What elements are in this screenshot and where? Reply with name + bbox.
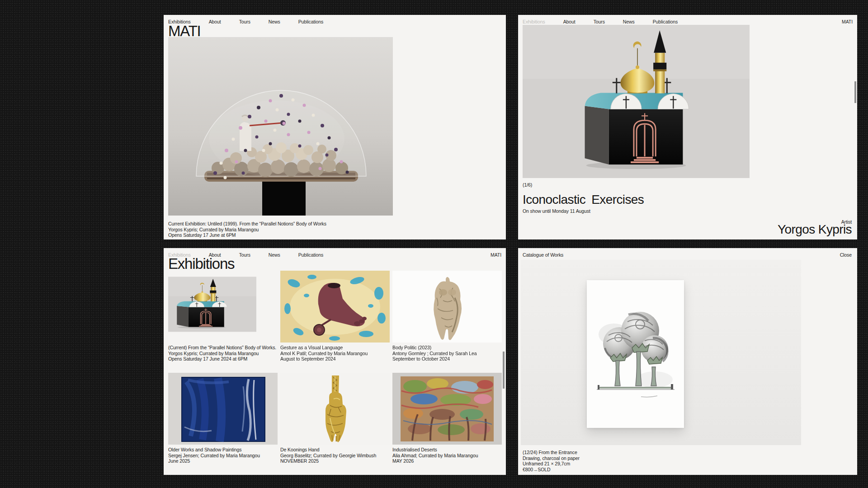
page-title-mati: MATI: [168, 24, 201, 38]
nav-item-news[interactable]: News: [623, 19, 635, 24]
card-title: Older Works and Shadow Paintings: [168, 447, 278, 453]
nav-item-publications[interactable]: Publications: [298, 252, 323, 258]
nav-exhibition: Exhibitions About Tours News Publication…: [523, 19, 853, 24]
church-sculpture-illustration: [523, 25, 750, 178]
work-index-title: (12/24) From the Entrance: [523, 450, 580, 455]
nav-item-news[interactable]: News: [269, 19, 280, 24]
thumbnail-blue-painting[interactable]: [168, 373, 278, 445]
work-medium: Drawing, charcoal on paper: [523, 455, 580, 461]
brand-link[interactable]: MATI: [491, 252, 501, 258]
thumbnail-foot-painting[interactable]: [280, 271, 390, 343]
close-button[interactable]: Close: [840, 252, 852, 258]
home-caption-line1: Current Exhibition: Untiled (1999). From…: [168, 221, 326, 227]
panel-exhibition-detail: Exhibitions About Tours News Publication…: [518, 15, 857, 239]
exhibition-card: Gesture as a Visual Language Amol K Pati…: [280, 271, 390, 362]
exhibition-card: Body Politic (2023) Antony Gormley ; Cur…: [392, 271, 502, 362]
panel-catalogue: Catalogue of Works Close: [518, 248, 857, 475]
card-title: (Current) From the “Parallel Notions” Bo…: [168, 345, 278, 351]
scrollbar-thumb[interactable]: [503, 352, 505, 389]
nav-item-exhibitions[interactable]: Exhibitions: [523, 19, 545, 24]
card-caption: Industrialised Deserts Alia Ahmad; Curra…: [392, 447, 502, 464]
thumbnail-church-sculpture[interactable]: [168, 271, 278, 343]
card-dates: Opens Saturday 17 June 2024 at 6PM: [168, 356, 278, 362]
home-caption-line2: Yorgos Kypris; Currated by Maria Marango…: [168, 227, 326, 233]
card-dates: September to October 2024: [392, 356, 502, 362]
carousel-artwork-church-image[interactable]: [523, 25, 750, 178]
hero-artwork-dome-image[interactable]: [168, 37, 393, 216]
card-dates: MAY 2026: [392, 458, 502, 464]
card-caption: Older Works and Shadow Paintings Sergej …: [168, 447, 278, 464]
thumbnail-colorful-abstract[interactable]: [392, 373, 502, 445]
scrollbar-thumb[interactable]: [854, 81, 856, 103]
card-title: Gesture as a Visual Language: [280, 345, 390, 351]
exhibition-card: Industrialised Deserts Alia Ahmad; Curra…: [392, 373, 502, 464]
page-title-exhibitions: Exhibitions: [168, 257, 234, 271]
nav-item-about[interactable]: About: [563, 19, 576, 24]
nav-item-publications[interactable]: Publications: [653, 19, 678, 24]
tree-drawing-illustration: [587, 280, 684, 428]
nav-item-publications[interactable]: Publications: [298, 19, 323, 24]
thumbnail-torso-sculpture[interactable]: [392, 271, 502, 343]
card-title: Industrialised Deserts: [392, 447, 502, 453]
nav-home: Exhibitions About Tours News Publication…: [168, 19, 501, 24]
card-dates: August to September 2024: [280, 356, 390, 362]
exhibition-card: (Current) From the “Parallel Notions” Bo…: [168, 271, 278, 362]
catalogue-caption: (12/24) From the Entrance Drawing, charc…: [523, 450, 580, 472]
nav-item-tours[interactable]: Tours: [594, 19, 605, 24]
card-caption: De Koonings Hand Georg Baselitz; Currate…: [280, 447, 390, 464]
panel-home: Exhibitions About Tours News Publication…: [164, 15, 506, 239]
work-dimensions: Unframed 21 × 29,7cm: [523, 461, 580, 467]
card-caption: Body Politic (2023) Antony Gormley ; Cur…: [392, 345, 502, 362]
card-title: De Koonings Hand: [280, 447, 390, 453]
home-caption-line3: Opens Saturday 17 June at 6PM: [168, 232, 326, 238]
panel-exhibitions-list: Exhibitions About Tours News Publication…: [164, 248, 506, 475]
home-caption: Current Exhibition: Untiled (1999). From…: [168, 221, 326, 238]
card-caption: Gesture as a Visual Language Amol K Pati…: [280, 345, 390, 362]
nav-item-news[interactable]: News: [269, 252, 280, 258]
catalogue-artwork-stage[interactable]: [521, 260, 801, 445]
card-title: Body Politic (2023): [392, 345, 502, 351]
card-artist: Alia Ahmad; Currated by Maria Marangou: [392, 453, 502, 459]
catalogue-header: Catalogue of Works: [523, 252, 563, 258]
work-price-status: €800→SOLD: [523, 467, 580, 473]
dome-sculpture-illustration: [168, 37, 393, 216]
card-artist: Georg Baselitz; Currated by Georgie Wimb…: [280, 453, 390, 459]
brand-link[interactable]: MATI: [842, 19, 853, 24]
card-artist: Sergej Jensen; Currated by Maria Marango…: [168, 453, 278, 459]
artist-name-link[interactable]: Yorgos Kypris: [778, 224, 852, 236]
exhibition-card: Older Works and Shadow Paintings Sergej …: [168, 373, 278, 464]
nav-item-tours[interactable]: Tours: [239, 252, 250, 258]
drawing-paper: [587, 280, 684, 428]
card-dates: June 2025: [168, 458, 278, 464]
card-artist: Amol K Patil; Currated by Maria Marangou: [280, 351, 390, 357]
exhibition-card: De Koonings Hand Georg Baselitz; Currate…: [280, 373, 390, 464]
carousel-index: (1/6): [523, 182, 532, 188]
exhibition-title: Iconoclastic Exercises: [523, 194, 644, 206]
exhibition-dates: On show until Monday 11 August: [523, 208, 590, 214]
nav-item-about[interactable]: About: [209, 19, 221, 24]
nav-item-tours[interactable]: Tours: [239, 19, 250, 24]
card-dates: NOVEMBER 2025: [280, 458, 390, 464]
card-artist: Yorgos Kypris; Currated by Maria Marango…: [168, 351, 278, 357]
card-artist: Antony Gormley ; Currated by Sarah Lea: [392, 351, 502, 357]
thumbnail-gold-hand[interactable]: [280, 373, 390, 445]
card-caption: (Current) From the “Parallel Notions” Bo…: [168, 345, 278, 362]
